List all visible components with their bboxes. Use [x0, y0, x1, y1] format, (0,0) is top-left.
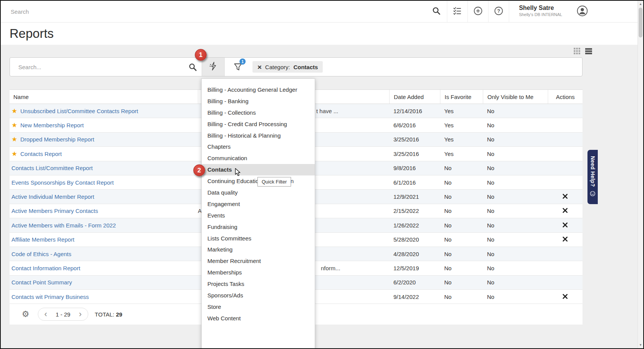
next-page-button[interactable]: ›: [75, 308, 86, 320]
avatar-button[interactable]: [570, 5, 594, 18]
category-menu-item[interactable]: Contacts: [202, 164, 315, 175]
report-name-link[interactable]: New Membership Report: [20, 122, 84, 128]
remove-report-icon[interactable]: [563, 208, 568, 214]
cell-only-visible: No: [483, 251, 548, 257]
remove-report-icon[interactable]: [563, 222, 568, 229]
category-menu-item[interactable]: Billing - Credit Card Processing: [202, 118, 315, 130]
remove-filter-icon[interactable]: ×: [257, 63, 262, 71]
reports-search-placeholder: Search...: [18, 64, 41, 70]
column-header-date-added[interactable]: Date Added: [389, 90, 440, 104]
cell-is-favorite: No: [440, 179, 483, 186]
category-menu-item[interactable]: Events: [202, 210, 315, 221]
report-name-link[interactable]: Contacts Report: [20, 151, 61, 157]
column-header-is-favorite[interactable]: Is Favorite: [440, 90, 483, 104]
report-name-link[interactable]: Events Sponsorships By Contact Report: [11, 179, 114, 186]
chip-value: Contacts: [293, 64, 318, 70]
report-name-link[interactable]: Contacts List/Committee Report: [11, 165, 93, 171]
global-search-button[interactable]: [426, 1, 447, 23]
favorite-star-icon[interactable]: ★: [11, 108, 17, 114]
pagination: ‹ 1 - 29 ›: [38, 308, 88, 321]
category-menu-item[interactable]: Projects Tasks: [202, 278, 315, 290]
task-list-button[interactable]: [447, 1, 468, 23]
grid-view-icon[interactable]: [574, 48, 580, 54]
category-menu-item[interactable]: Chapters: [202, 141, 315, 153]
category-menu-item[interactable]: Store: [202, 301, 315, 313]
filter-count-badge: 1: [239, 58, 246, 65]
cell-date-added: 9/14/2022: [389, 294, 440, 300]
cell-is-favorite: Yes: [440, 122, 483, 128]
category-menu-item[interactable]: Sponsors/Ads: [202, 290, 315, 301]
page-header: Reports: [1, 23, 643, 45]
topbar: Search ? Shell: [1, 1, 643, 23]
avatar-icon: [576, 5, 588, 18]
quick-filter-button[interactable]: [202, 58, 225, 76]
cell-date-added: 9/8/2016: [389, 165, 440, 171]
category-menu-item[interactable]: Memberships: [202, 267, 315, 278]
category-filter-chip[interactable]: × Category: Contacts: [252, 61, 323, 73]
category-menu-item[interactable]: Fundraising: [202, 221, 315, 233]
vertical-scrollbar[interactable]: ▲ ▼: [638, 1, 643, 348]
category-menu-item[interactable]: Member Recruitment: [202, 255, 315, 267]
scroll-up-icon[interactable]: ▲: [638, 2, 643, 6]
cell-name: ★ Contacts Report: [10, 151, 198, 157]
category-menu-item[interactable]: Billing - Banking: [202, 96, 315, 107]
smiley-icon: [590, 191, 595, 198]
category-menu-item[interactable]: Billing - Accounting General Ledger: [202, 84, 315, 96]
category-menu-item[interactable]: Communication: [202, 153, 315, 164]
report-name-link[interactable]: Dropped Membership Report: [20, 136, 94, 143]
user-org-label: Shelly's DB INTERNAL: [519, 12, 562, 17]
cell-is-favorite: No: [440, 208, 483, 214]
cell-date-added: 6/1/2016: [389, 179, 440, 186]
category-menu-item[interactable]: Billing - Historical & Planning: [202, 130, 315, 141]
global-search-input[interactable]: Search: [1, 8, 426, 15]
reports-search-input[interactable]: Search...: [10, 58, 202, 76]
category-menu-item[interactable]: Lists Committees: [202, 233, 315, 244]
app-window: Search ? Shell: [0, 0, 644, 349]
category-menu-item[interactable]: Billing - Collections: [202, 107, 315, 118]
category-menu-item[interactable]: Web Content: [202, 313, 315, 324]
cell-date-added: 4/28/2020: [389, 251, 440, 257]
category-menu-item[interactable]: Marketing: [202, 244, 315, 255]
page-range: 1 - 29: [51, 311, 75, 318]
cell-only-visible: No: [483, 136, 548, 143]
table-settings-icon[interactable]: ⚙: [22, 310, 29, 318]
report-name-link[interactable]: Contact Information Report: [11, 265, 80, 271]
callout-step-1: 1: [195, 49, 207, 61]
list-view-icon[interactable]: [585, 48, 592, 54]
cell-only-visible: No: [483, 236, 548, 243]
favorite-star-icon[interactable]: ★: [11, 122, 17, 128]
prev-page-button[interactable]: ‹: [40, 308, 51, 320]
funnel-icon: [233, 66, 243, 73]
report-name-link[interactable]: Active Members with Emails - Form 2022: [11, 222, 116, 229]
quick-add-button[interactable]: [468, 1, 488, 23]
remove-report-icon[interactable]: [563, 294, 568, 300]
quick-filter-menu: Billing - Accounting General LedgerBilli…: [201, 78, 315, 349]
need-help-tab[interactable]: Need Help?: [587, 150, 598, 204]
report-name-link[interactable]: Unsubscribed List/Committee Contacts Rep…: [20, 108, 138, 114]
help-button[interactable]: ?: [488, 1, 509, 23]
scrollbar-thumb[interactable]: [639, 8, 642, 37]
user-menu[interactable]: Shelly Satre Shelly's DB INTERNAL: [509, 1, 570, 23]
cell-name: ★ Active Members with Emails - Form 2022: [10, 222, 198, 229]
report-name-link[interactable]: Code of Ethics - Agents: [11, 251, 71, 257]
favorite-star-icon[interactable]: ★: [11, 151, 17, 157]
report-name-link[interactable]: Affiliate Members Report: [11, 236, 74, 243]
category-menu-item[interactable]: Data quality: [202, 187, 315, 198]
search-icon[interactable]: [188, 63, 197, 73]
remove-report-icon[interactable]: [563, 193, 568, 200]
favorite-star-icon[interactable]: ★: [11, 136, 17, 143]
cell-is-favorite: No: [440, 236, 483, 243]
report-name-link[interactable]: Contacts wit Primary Business: [11, 294, 89, 300]
remove-report-icon[interactable]: [563, 236, 568, 243]
scroll-down-icon[interactable]: ▼: [638, 343, 643, 347]
report-name-link[interactable]: Active Individual Member Report: [11, 193, 94, 200]
category-menu-item[interactable]: Engagement: [202, 198, 315, 210]
report-name-link[interactable]: Contact Point Summary: [11, 279, 72, 286]
report-name-link[interactable]: Active Members Primary Contacts: [11, 208, 98, 214]
column-header-only-visible[interactable]: Only Visible to Me: [483, 90, 548, 104]
column-header-name[interactable]: Name: [10, 90, 198, 104]
filter-button[interactable]: 1: [233, 62, 243, 71]
cell-actions: [548, 222, 583, 229]
cell-name: ★ Active Individual Member Report: [10, 193, 198, 200]
cell-is-favorite: No: [440, 251, 483, 257]
